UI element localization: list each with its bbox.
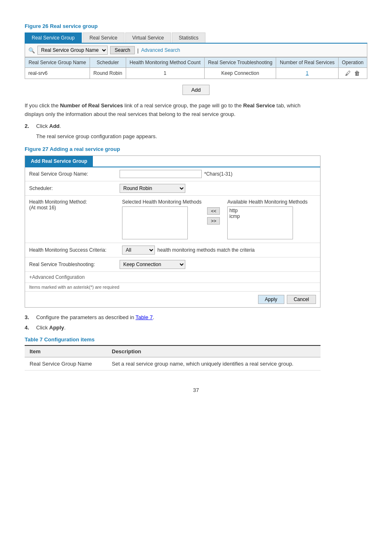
cancel-button[interactable]: Cancel [287,295,316,304]
cell-method-count: 1 [126,68,204,79]
real-service-group-table: Real Service Group Name Scheduler Health… [25,57,367,79]
col-header-method-count: Health Monitoring Method Count [126,58,204,68]
hm-selected-listbox[interactable] [122,206,188,239]
figure26-caption: Figure 26 Real service group [25,23,367,29]
cell-name: real-srv6 [25,68,90,79]
tab-bar: Real Service Group Real Service Virtual … [25,32,367,44]
body-bold-2: Real Service [243,102,275,109]
name-field: *Chars(1-31) [120,170,316,178]
advanced-search-link[interactable]: Advanced Search [141,47,180,53]
delete-icon[interactable]: 🗑 [353,70,361,77]
hm-available-col: Available Health Monitoring Methods http… [227,199,307,239]
body-text-2: link of a real service group, the page w… [123,102,243,109]
step-3-number: 3. [25,314,33,320]
col-header-troubleshooting: Real Service Troubleshooting [204,58,276,68]
config-col-description: Description [107,345,321,357]
hm-item-icmp[interactable]: icmp [229,213,291,219]
advanced-config-row: +Advanced Configuration [25,272,320,283]
criteria-select[interactable]: All [122,246,155,255]
tab-real-service[interactable]: Real Service [83,32,125,43]
advanced-config-link[interactable]: +Advanced Configuration [29,274,85,280]
tab-real-service-group[interactable]: Real Service Group [25,32,82,43]
hm-item-http[interactable]: http [229,208,291,213]
body-text-1: If you click the [25,102,60,109]
step-2-number: 2. [25,123,33,129]
troubleshoot-label: Real Service Troubleshooting: [29,262,120,267]
search-separator: | [137,47,138,53]
table-row: real-srv6 Round Robin 1 Keep Connection … [25,68,367,79]
form-panel-header: Add Real Service Group [25,156,93,167]
step-2-text: Click Add. [36,123,61,129]
col-header-name: Real Service Group Name [25,58,90,68]
name-input[interactable] [120,170,202,178]
config-item-description: Set a real service group name, which uni… [107,357,321,370]
cell-num-services: 1 [276,68,338,79]
col-header-operation: Operation [338,58,367,68]
step-3: 3. Configure the parameters as described… [25,314,367,320]
move-right-btn[interactable]: >> [207,217,220,225]
criteria-row: Health Monitoring Success Criteria: All … [25,243,320,257]
troubleshoot-row: Real Service Troubleshooting: Keep Conne… [25,257,320,272]
name-row: Real Service Group Name: *Chars(1-31) [25,167,320,181]
criteria-text: health monitoring methods match the crit… [157,247,255,253]
page-number: 37 [25,387,367,393]
col-header-num-services: Number of Real Services [276,58,338,68]
move-left-btn[interactable]: << [207,207,220,215]
table7-caption: Table 7 Configuration items [25,336,367,343]
scheduler-label: Scheduler: [29,185,120,191]
scheduler-row: Scheduler: Round Robin [25,181,320,196]
search-button[interactable]: Search [110,46,135,54]
body-bold-1: Number of Real Services [60,102,123,109]
config-item-name: Real Service Group Name [25,357,107,370]
step-3-text: Configure the parameters as described in… [36,314,154,320]
cell-scheduler: Round Robin [90,68,126,79]
table7-link[interactable]: Table 7 [136,314,153,320]
hm-arrows: << >> [205,199,222,225]
hm-row: Health Monitoring Method:(At most 16) Se… [25,196,320,243]
body-paragraph: If you click the Number of Real Services… [25,102,312,119]
figure27-caption: Figure 27 Adding a real service group [25,146,367,152]
hm-selected-col: Selected Health Monitoring Methods [122,199,201,239]
cell-troubleshooting: Keep Connection [204,68,276,79]
config-col-item: Item [25,345,107,357]
step-4-text: Click Apply. [36,324,66,331]
tab-statistics[interactable]: Statistics [172,32,205,43]
step-4: 4. Click Apply. [25,324,367,331]
form-actions: Apply Cancel [25,292,320,307]
criteria-label: Health Monitoring Success Criteria: [29,247,120,253]
name-label: Real Service Group Name: [29,171,120,177]
name-hint: *Chars(1-31) [204,171,233,177]
add-real-service-group-panel: Add Real Service Group Real Service Grou… [25,155,321,308]
scheduler-select[interactable]: Round Robin [120,184,185,193]
add-button[interactable]: Add [182,85,209,95]
config-table: Item Description Real Service Group Name… [25,345,321,371]
add-button-container: Add [25,85,367,95]
search-bar: 🔍 Real Service Group Name Search | Advan… [25,44,367,57]
step-2-sub: The real service group configuration pag… [36,133,367,139]
edit-icon[interactable]: 🖊 [344,70,352,77]
hm-label: Health Monitoring Method:(At most 16) [29,199,119,211]
search-field-select[interactable]: Real Service Group Name [37,46,108,55]
hm-available-listbox[interactable]: http icmp [227,206,293,239]
hm-selected-header: Selected Health Monitoring Methods [122,199,201,205]
hm-available-header: Available Health Monitoring Methods [227,199,307,205]
step-2: 2. Click Add. [25,123,367,129]
num-services-link[interactable]: 1 [306,70,309,76]
scheduler-field: Round Robin [120,184,316,193]
required-note: Items marked with an asterisk(*) are req… [25,283,320,292]
step-4-number: 4. [25,324,33,331]
col-header-scheduler: Scheduler [90,58,126,68]
tab-virtual-service[interactable]: Virtual Service [125,32,171,43]
search-icon: 🔍 [28,47,35,53]
config-row: Real Service Group Name Set a real servi… [25,357,321,370]
apply-button[interactable]: Apply [258,295,284,304]
troubleshoot-field: Keep Connection [120,260,316,269]
cell-operation: 🖊 🗑 [338,68,367,79]
troubleshoot-select[interactable]: Keep Connection [120,260,185,269]
